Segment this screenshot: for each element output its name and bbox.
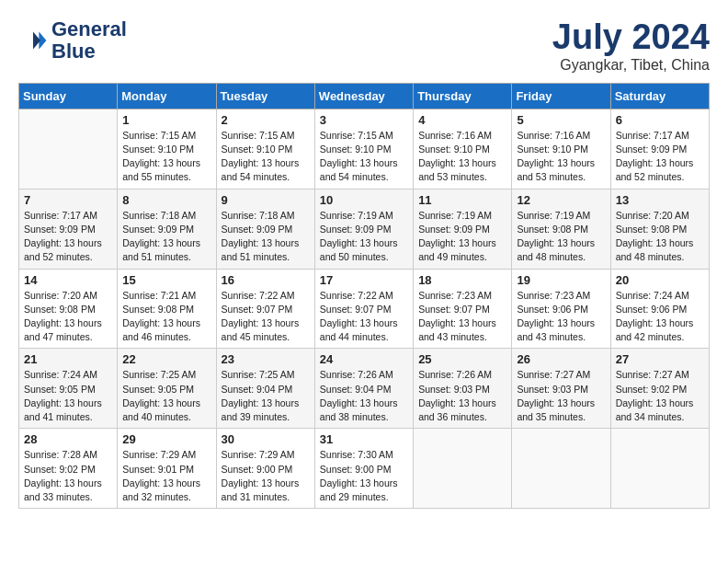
day-number: 4 (418, 113, 506, 127)
calendar-cell: 18Sunrise: 7:23 AM Sunset: 9:07 PM Dayli… (414, 269, 512, 349)
calendar-cell (512, 429, 610, 509)
calendar-cell: 8Sunrise: 7:18 AM Sunset: 9:09 PM Daylig… (118, 189, 216, 269)
cell-info: Sunrise: 7:15 AM Sunset: 9:10 PM Dayligh… (222, 129, 310, 185)
calendar-cell: 9Sunrise: 7:18 AM Sunset: 9:09 PM Daylig… (216, 189, 314, 269)
logo: General Blue (18, 18, 127, 63)
cell-info: Sunrise: 7:27 AM Sunset: 9:03 PM Dayligh… (517, 368, 605, 424)
location: Gyangkar, Tibet, China (552, 57, 710, 74)
day-number: 19 (517, 273, 605, 287)
weekday-header-row: SundayMondayTuesdayWednesdayThursdayFrid… (19, 83, 710, 109)
cell-info: Sunrise: 7:29 AM Sunset: 9:00 PM Dayligh… (222, 448, 310, 504)
calendar-cell: 1Sunrise: 7:15 AM Sunset: 9:10 PM Daylig… (118, 109, 216, 189)
calendar-cell: 5Sunrise: 7:16 AM Sunset: 9:10 PM Daylig… (512, 109, 610, 189)
week-row-2: 7Sunrise: 7:17 AM Sunset: 9:09 PM Daylig… (19, 189, 710, 269)
week-row-3: 14Sunrise: 7:20 AM Sunset: 9:08 PM Dayli… (19, 269, 710, 349)
calendar-cell: 17Sunrise: 7:22 AM Sunset: 9:07 PM Dayli… (314, 269, 413, 349)
calendar-body: 1Sunrise: 7:15 AM Sunset: 9:10 PM Daylig… (19, 109, 710, 508)
calendar-cell: 2Sunrise: 7:15 AM Sunset: 9:10 PM Daylig… (216, 109, 314, 189)
week-row-4: 21Sunrise: 7:24 AM Sunset: 9:05 PM Dayli… (19, 349, 710, 429)
cell-info: Sunrise: 7:16 AM Sunset: 9:10 PM Dayligh… (517, 129, 605, 185)
day-number: 26 (517, 352, 605, 366)
cell-info: Sunrise: 7:18 AM Sunset: 9:09 PM Dayligh… (222, 209, 310, 265)
day-number: 22 (122, 352, 210, 366)
day-number: 8 (122, 193, 210, 207)
weekday-saturday: Saturday (610, 83, 709, 109)
cell-info: Sunrise: 7:15 AM Sunset: 9:10 PM Dayligh… (122, 129, 210, 185)
cell-info: Sunrise: 7:15 AM Sunset: 9:10 PM Dayligh… (320, 129, 408, 185)
day-number: 14 (24, 273, 112, 287)
calendar-cell: 31Sunrise: 7:30 AM Sunset: 9:00 PM Dayli… (314, 429, 413, 509)
weekday-friday: Friday (512, 83, 610, 109)
logo-line1: General (51, 18, 127, 40)
calendar-cell: 3Sunrise: 7:15 AM Sunset: 9:10 PM Daylig… (314, 109, 413, 189)
cell-info: Sunrise: 7:24 AM Sunset: 9:06 PM Dayligh… (616, 289, 704, 345)
weekday-tuesday: Tuesday (216, 83, 314, 109)
day-number: 23 (222, 352, 310, 366)
cell-info: Sunrise: 7:26 AM Sunset: 9:03 PM Dayligh… (418, 368, 506, 424)
cell-info: Sunrise: 7:26 AM Sunset: 9:04 PM Dayligh… (320, 368, 408, 424)
day-number: 15 (122, 273, 210, 287)
day-number: 24 (320, 352, 408, 366)
day-number: 3 (320, 113, 408, 127)
cell-info: Sunrise: 7:20 AM Sunset: 9:08 PM Dayligh… (616, 209, 704, 265)
calendar-cell: 16Sunrise: 7:22 AM Sunset: 9:07 PM Dayli… (216, 269, 314, 349)
calendar-cell: 27Sunrise: 7:27 AM Sunset: 9:02 PM Dayli… (610, 349, 709, 429)
day-number: 6 (616, 113, 704, 127)
cell-info: Sunrise: 7:18 AM Sunset: 9:09 PM Dayligh… (122, 209, 210, 265)
day-number: 31 (320, 432, 408, 446)
calendar-table: SundayMondayTuesdayWednesdayThursdayFrid… (18, 83, 710, 509)
calendar-cell: 10Sunrise: 7:19 AM Sunset: 9:09 PM Dayli… (314, 189, 413, 269)
week-row-5: 28Sunrise: 7:28 AM Sunset: 9:02 PM Dayli… (19, 429, 710, 509)
month-title: July 2024 (552, 18, 710, 57)
calendar-cell: 24Sunrise: 7:26 AM Sunset: 9:04 PM Dayli… (314, 349, 413, 429)
weekday-wednesday: Wednesday (314, 83, 413, 109)
day-number: 12 (517, 193, 605, 207)
calendar-cell: 21Sunrise: 7:24 AM Sunset: 9:05 PM Dayli… (19, 349, 118, 429)
calendar-cell: 23Sunrise: 7:25 AM Sunset: 9:04 PM Dayli… (216, 349, 314, 429)
day-number: 13 (616, 193, 704, 207)
calendar-cell: 26Sunrise: 7:27 AM Sunset: 9:03 PM Dayli… (512, 349, 610, 429)
day-number: 28 (24, 432, 112, 446)
calendar-cell: 29Sunrise: 7:29 AM Sunset: 9:01 PM Dayli… (118, 429, 216, 509)
day-number: 7 (24, 193, 112, 207)
calendar-cell: 20Sunrise: 7:24 AM Sunset: 9:06 PM Dayli… (610, 269, 709, 349)
calendar-cell: 14Sunrise: 7:20 AM Sunset: 9:08 PM Dayli… (19, 269, 118, 349)
cell-info: Sunrise: 7:17 AM Sunset: 9:09 PM Dayligh… (24, 209, 112, 265)
cell-info: Sunrise: 7:19 AM Sunset: 9:09 PM Dayligh… (320, 209, 408, 265)
day-number: 30 (222, 432, 310, 446)
day-number: 1 (122, 113, 210, 127)
calendar-cell: 13Sunrise: 7:20 AM Sunset: 9:08 PM Dayli… (610, 189, 709, 269)
day-number: 21 (24, 352, 112, 366)
cell-info: Sunrise: 7:19 AM Sunset: 9:08 PM Dayligh… (517, 209, 605, 265)
logo-icon (18, 26, 48, 55)
title-block: July 2024 Gyangkar, Tibet, China (552, 18, 710, 74)
calendar-cell: 30Sunrise: 7:29 AM Sunset: 9:00 PM Dayli… (216, 429, 314, 509)
logo-line2: Blue (51, 40, 127, 63)
cell-info: Sunrise: 7:22 AM Sunset: 9:07 PM Dayligh… (320, 289, 408, 345)
week-row-1: 1Sunrise: 7:15 AM Sunset: 9:10 PM Daylig… (19, 109, 710, 189)
calendar-cell (414, 429, 512, 509)
calendar-cell (19, 109, 118, 189)
day-number: 29 (122, 432, 210, 446)
day-number: 11 (418, 193, 506, 207)
calendar-cell: 11Sunrise: 7:19 AM Sunset: 9:09 PM Dayli… (414, 189, 512, 269)
cell-info: Sunrise: 7:27 AM Sunset: 9:02 PM Dayligh… (616, 368, 704, 424)
calendar-cell (610, 429, 709, 509)
cell-info: Sunrise: 7:22 AM Sunset: 9:07 PM Dayligh… (222, 289, 310, 345)
weekday-sunday: Sunday (19, 83, 118, 109)
calendar-cell: 7Sunrise: 7:17 AM Sunset: 9:09 PM Daylig… (19, 189, 118, 269)
cell-info: Sunrise: 7:28 AM Sunset: 9:02 PM Dayligh… (24, 448, 112, 504)
page-header: General Blue July 2024 Gyangkar, Tibet, … (18, 18, 710, 74)
day-number: 27 (616, 352, 704, 366)
calendar-cell: 25Sunrise: 7:26 AM Sunset: 9:03 PM Dayli… (414, 349, 512, 429)
day-number: 16 (222, 273, 310, 287)
day-number: 25 (418, 352, 506, 366)
cell-info: Sunrise: 7:23 AM Sunset: 9:06 PM Dayligh… (517, 289, 605, 345)
calendar-cell: 6Sunrise: 7:17 AM Sunset: 9:09 PM Daylig… (610, 109, 709, 189)
calendar-cell: 28Sunrise: 7:28 AM Sunset: 9:02 PM Dayli… (19, 429, 118, 509)
weekday-thursday: Thursday (414, 83, 512, 109)
day-number: 18 (418, 273, 506, 287)
cell-info: Sunrise: 7:20 AM Sunset: 9:08 PM Dayligh… (24, 289, 112, 345)
day-number: 2 (222, 113, 310, 127)
day-number: 9 (222, 193, 310, 207)
